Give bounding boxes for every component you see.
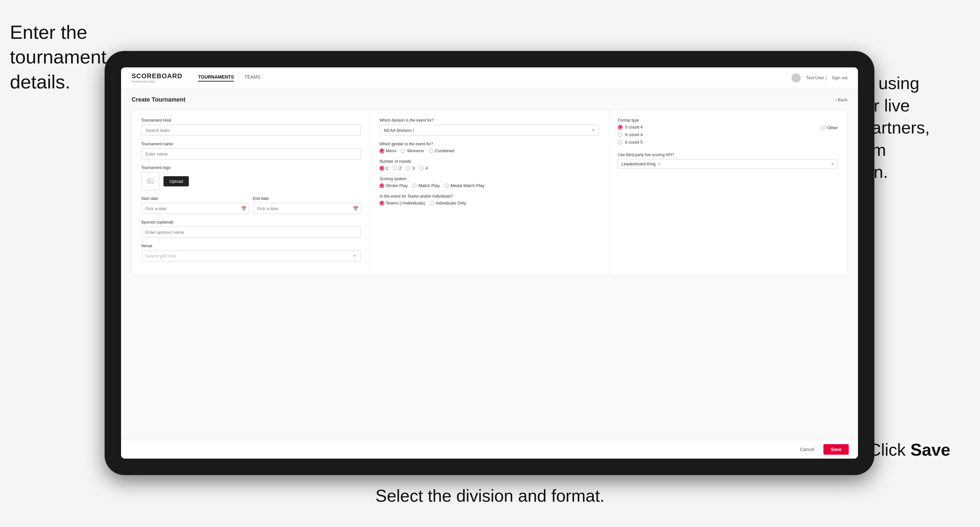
rounds-2-label: 2 (399, 166, 401, 171)
format-type-label: Format type (618, 118, 838, 123)
form-col-2: Which division is the event for? NCAA Di… (371, 110, 609, 275)
form-footer: Cancel Save (121, 440, 858, 459)
end-date-input[interactable] (253, 203, 361, 214)
upload-button[interactable]: Upload (164, 176, 189, 186)
scoring-radio-group: Stroke Play Match Play Medal Match Play (380, 183, 600, 188)
event-type-teams-radio[interactable] (380, 201, 384, 205)
sponsor-input[interactable] (141, 227, 361, 238)
venue-placeholder: Search golf club (145, 254, 176, 259)
gender-combined[interactable]: Combined (429, 148, 454, 153)
signout-link[interactable]: Sign out (832, 75, 848, 80)
nav-teams[interactable]: TEAMS (244, 74, 260, 81)
back-button[interactable]: Back (835, 97, 848, 102)
end-date-group: End date 📅 (253, 196, 361, 214)
venue-label: Venue (141, 244, 361, 248)
venue-chevron: ▼ (353, 254, 356, 258)
format-type-group: Format type 5 count 4 (618, 118, 838, 144)
live-scoring-chevron[interactable]: ▼ (830, 162, 834, 166)
logo-upload-area: Upload (141, 172, 361, 190)
calendar-icon: 📅 (241, 206, 247, 211)
tablet-screen: SCOREBOARD Powered by clippi TOURNAMENTS… (121, 67, 858, 459)
rounds-label: Number of rounds (380, 159, 600, 164)
format-5count4-radio[interactable] (618, 125, 622, 130)
format-6count4-radio[interactable] (618, 132, 622, 137)
form-col-1: Tournament Host Tournament name Tourname… (132, 110, 371, 275)
create-tournament-form: Tournament Host Tournament name Tourname… (132, 110, 848, 276)
format-5count4-label: 5 count 4 (625, 125, 643, 130)
format-6count5[interactable]: 6 count 5 (618, 140, 643, 144)
rounds-1-label: 1 (386, 166, 388, 171)
cancel-button[interactable]: Cancel (795, 444, 820, 455)
tournament-host-input[interactable] (141, 125, 361, 136)
date-row: Start date 📅 End date 📅 (141, 196, 361, 214)
scoring-label: Scoring system (380, 176, 600, 181)
tournament-logo-group: Tournament logo Upload (141, 165, 361, 190)
sponsor-group: Sponsor (optional) (141, 220, 361, 238)
live-scoring-value: Leaderboard King (621, 162, 655, 167)
rounds-3-radio[interactable] (406, 166, 410, 171)
rounds-2-radio[interactable] (393, 166, 398, 171)
format-options: 5 count 4 6 count 4 6 count 5 (618, 125, 838, 144)
tournament-logo-label: Tournament logo (141, 165, 361, 170)
gender-combined-radio[interactable] (429, 149, 433, 153)
page-header: Create Tournament Back (132, 96, 848, 103)
gender-radio-group: Mens Womens Combined (380, 148, 600, 153)
format-5count4[interactable]: 5 count 4 (618, 125, 643, 130)
gender-mens[interactable]: Mens (380, 148, 396, 153)
rounds-3[interactable]: 3 (406, 166, 415, 171)
rounds-2[interactable]: 2 (393, 166, 401, 171)
svg-point-9 (149, 180, 150, 181)
format-other[interactable]: Other (821, 125, 838, 130)
gender-mens-radio[interactable] (380, 149, 384, 153)
scoring-medal[interactable]: Medal Match Play (444, 183, 484, 188)
event-type-individuals-radio[interactable] (430, 201, 434, 205)
rounds-1[interactable]: 1 (380, 166, 388, 171)
scoring-medal-radio[interactable] (444, 183, 449, 188)
tournament-host-group: Tournament Host (141, 118, 361, 136)
rounds-4[interactable]: 4 (419, 166, 428, 171)
tournament-name-input[interactable] (141, 148, 361, 159)
rounds-4-radio[interactable] (419, 166, 424, 171)
page-content: Create Tournament Back Tournament Host T… (121, 89, 858, 440)
tournament-name-group: Tournament name (141, 142, 361, 159)
event-type-individuals[interactable]: Individuals Only (430, 200, 466, 205)
event-type-label: Is this event for Teams and/or Individua… (380, 194, 600, 198)
format-6count4[interactable]: 6 count 4 (618, 132, 643, 137)
start-date-input[interactable] (141, 203, 249, 214)
brand-sub: Powered by clippi (132, 80, 182, 83)
rounds-radio-group: 1 2 3 4 (380, 166, 600, 171)
live-scoring-remove[interactable]: ✕ (658, 162, 661, 167)
event-type-individuals-label: Individuals Only (436, 200, 466, 205)
nav-tournaments[interactable]: TOURNAMENTS (198, 74, 234, 81)
scoring-stroke-label: Stroke Play (386, 183, 407, 188)
start-date-group: Start date 📅 (141, 196, 249, 214)
event-type-group: Is this event for Teams and/or Individua… (380, 194, 600, 205)
gender-womens-radio[interactable] (401, 149, 405, 153)
tablet-device: SCOREBOARD Powered by clippi TOURNAMENTS… (105, 51, 874, 475)
rounds-1-radio[interactable] (380, 166, 384, 171)
format-6count5-radio[interactable] (618, 140, 622, 144)
event-type-teams[interactable]: Teams (+Individuals) (380, 200, 425, 205)
scoring-stroke-radio[interactable] (380, 183, 384, 188)
venue-select[interactable]: Search golf club ▼ (141, 250, 361, 261)
scoring-match[interactable]: Match Play (412, 183, 439, 188)
venue-group: Venue Search golf club ▼ (141, 244, 361, 261)
end-date-label: End date (253, 196, 361, 201)
gender-label: Which gender is the event for? (380, 142, 600, 146)
scoring-stroke[interactable]: Stroke Play (380, 183, 407, 188)
annotation-save-bold: Save (911, 440, 950, 459)
gender-combined-label: Combined (435, 148, 454, 153)
division-select[interactable]: NCAA Division I ▼ (380, 125, 600, 136)
annotation-bottom-right: Click Save (869, 439, 950, 461)
live-scoring-label: Use third-party live scoring API? (618, 152, 838, 157)
save-button[interactable]: Save (823, 444, 849, 455)
sponsor-label: Sponsor (optional) (141, 220, 361, 225)
scoring-match-radio[interactable] (412, 183, 417, 188)
logo-placeholder (141, 172, 159, 190)
navbar-right: Test User | Sign out (792, 73, 848, 83)
navbar: SCOREBOARD Powered by clippi TOURNAMENTS… (121, 67, 858, 89)
division-value: NCAA Division I (384, 128, 414, 133)
gender-womens[interactable]: Womens (401, 148, 424, 153)
format-other-radio[interactable] (821, 125, 826, 130)
division-chevron: ▼ (591, 128, 595, 132)
